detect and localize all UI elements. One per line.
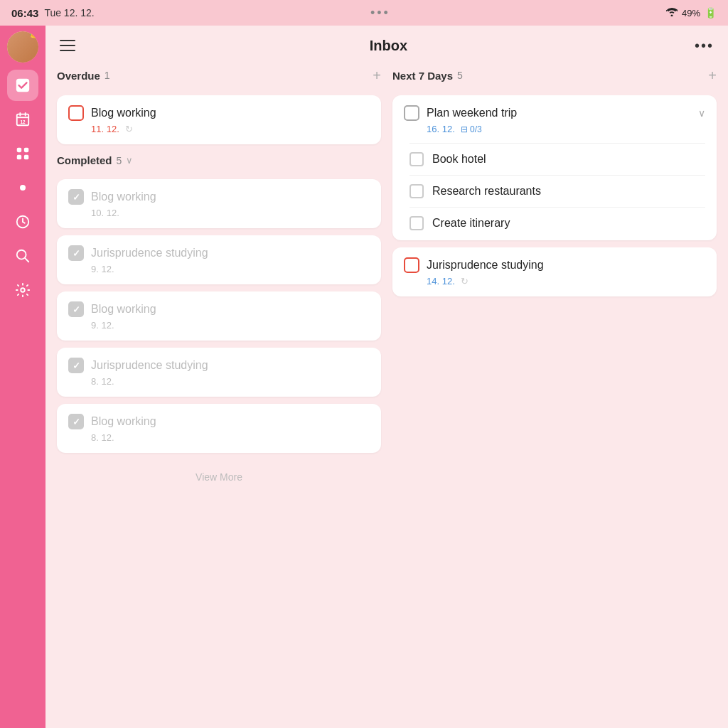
task-title-blog-overdue: Blog working (91, 107, 156, 119)
hamburger-line-2 (60, 45, 75, 46)
task-date-completed-2: 9. 12. (91, 264, 114, 274)
status-bar: 06:43 Tue 12. 12. ••• 49% 🔋 (0, 0, 728, 26)
sidebar-item-tasks[interactable] (7, 70, 38, 101)
next7days-header-left: Next 7 Days 5 (392, 70, 463, 82)
svg-rect-8 (17, 155, 21, 159)
sidebar-item-settings[interactable] (7, 274, 38, 306)
columns-container: Overdue 1 + Blog working 11. 12. ↻ (46, 65, 728, 728)
dot-icon (20, 185, 26, 191)
subtask-divider-2 (410, 207, 705, 208)
task-card-blog-working-overdue: Blog working 11. 12. ↻ (57, 95, 381, 144)
svg-rect-9 (24, 155, 28, 159)
svg-text:12: 12 (20, 119, 26, 124)
task-meta-jurisprudence-next: 14. 12. ↻ (404, 276, 705, 287)
task-meta-blog-overdue: 11. 12. ↻ (68, 124, 370, 134)
subtask-item-book-hotel: Book hotel (404, 152, 705, 166)
sidebar-item-search[interactable] (7, 240, 38, 272)
subtask-item-research-restaurants: Research restaurants (404, 184, 705, 198)
task-title-jurisprudence-next: Jurisprudence studying (427, 259, 544, 272)
sidebar-item-history[interactable] (7, 206, 38, 237)
completed-title: Completed (57, 154, 112, 166)
subtask-count-plan-weekend: ⊟ 0/3 (461, 124, 482, 134)
main-content: Inbox ••• Overdue 1 + Bl (46, 26, 728, 728)
app-body: 👑 12 (0, 26, 728, 728)
next7days-add-button[interactable]: + (708, 68, 717, 82)
menu-button[interactable] (60, 34, 82, 57)
task-title-completed-2: Jurisprudence studying (91, 247, 208, 259)
task-checkbox-jurisprudence-next[interactable] (404, 257, 419, 273)
task-date-completed-3: 9. 12. (91, 320, 114, 331)
task-card-completed-4: Jurisprudence studying 8. 12. (57, 348, 381, 397)
task-title-plan-weekend: Plan weekend trip (427, 107, 517, 119)
clock-icon (15, 214, 31, 230)
view-more-button[interactable]: View More (57, 460, 381, 494)
svg-rect-7 (24, 148, 28, 152)
status-right: 49% 🔋 (666, 7, 717, 18)
overdue-add-button[interactable]: + (373, 68, 381, 82)
task-date-completed-4: 8. 12. (91, 376, 114, 387)
task-row: Blog working (68, 189, 370, 205)
avatar[interactable]: 👑 (7, 31, 38, 63)
check-icon (15, 77, 31, 93)
subtask-divider-1 (410, 175, 705, 176)
task-meta-completed-2: 9. 12. (68, 264, 370, 274)
subtask-checkbox-research-restaurants[interactable] (410, 184, 424, 198)
top-bar: Inbox ••• (46, 26, 728, 65)
task-checkbox-blog-overdue[interactable] (68, 105, 84, 121)
overdue-header: Overdue 1 + (57, 65, 381, 88)
plan-weekend-main-row: Plan weekend trip ∨ (404, 105, 705, 121)
next7days-count: 5 (457, 70, 463, 81)
task-checkbox-completed-4[interactable] (68, 358, 84, 373)
repeat-icon-jurisprudence-next: ↻ (461, 276, 469, 287)
task-date-plan-weekend: 16. 12. (427, 124, 455, 134)
plan-weekend-main-left: Plan weekend trip (404, 105, 517, 121)
task-meta-completed-5: 8. 12. (68, 432, 370, 443)
task-meta-completed-1: 10. 12. (68, 208, 370, 218)
task-meta-completed-3: 9. 12. (68, 320, 370, 331)
hamburger-line-1 (60, 40, 75, 41)
battery-icon: 🔋 (705, 7, 717, 18)
completed-header: Completed 5 ∨ (57, 151, 381, 172)
right-column: Next 7 Days 5 + Plan weekend trip ∨ (392, 65, 717, 714)
expand-chevron-plan-weekend[interactable]: ∨ (698, 107, 705, 119)
task-title-completed-1: Blog working (91, 191, 156, 203)
status-time: 06:43 (11, 7, 38, 19)
subtask-item-create-itinerary: Create itinerary (404, 216, 705, 230)
task-row: Jurisprudence studying (68, 245, 370, 261)
completed-count: 5 (117, 155, 122, 166)
subtask-checkbox-create-itinerary[interactable] (410, 216, 424, 230)
calendar-icon: 12 (15, 112, 31, 127)
status-date: Tue 12. 12. (44, 7, 94, 18)
sidebar-item-apps[interactable] (7, 138, 38, 169)
task-row: Jurisprudence studying (68, 358, 370, 373)
task-date-blog-overdue: 11. 12. (91, 124, 119, 134)
more-button[interactable]: ••• (695, 38, 714, 54)
sidebar-item-calendar[interactable]: 12 (7, 104, 38, 135)
task-checkbox-completed-5[interactable] (68, 414, 84, 429)
task-card-jurisprudence-next: Jurisprudence studying 14. 12. ↻ (392, 247, 717, 296)
svg-line-12 (23, 222, 25, 223)
battery-percentage: 49% (682, 8, 700, 18)
overdue-count: 1 (105, 70, 110, 81)
task-checkbox-plan-weekend[interactable] (404, 105, 419, 121)
svg-rect-6 (17, 148, 21, 152)
status-center-dots: ••• (370, 6, 390, 21)
task-title-completed-3: Blog working (91, 303, 156, 316)
repeat-icon-blog-overdue: ↻ (125, 124, 133, 134)
task-title-completed-5: Blog working (91, 415, 156, 428)
svg-point-15 (21, 288, 25, 292)
task-checkbox-completed-1[interactable] (68, 189, 84, 205)
sidebar-item-focus[interactable] (7, 172, 38, 203)
task-date-completed-1: 10. 12. (91, 208, 119, 218)
completed-header-left: Completed 5 ∨ (57, 154, 133, 166)
task-checkbox-completed-3[interactable] (68, 301, 84, 317)
overdue-header-left: Overdue 1 (57, 70, 110, 82)
task-checkbox-completed-2[interactable] (68, 245, 84, 261)
task-date-completed-5: 8. 12. (91, 432, 114, 443)
subtask-title-create-itinerary: Create itinerary (432, 217, 510, 230)
svg-line-14 (25, 258, 28, 262)
subtask-list: Book hotel Research restaurants Create i… (404, 143, 705, 230)
task-title-completed-4: Jurisprudence studying (91, 359, 208, 372)
subtask-checkbox-book-hotel[interactable] (410, 152, 424, 166)
gear-icon (15, 282, 31, 298)
